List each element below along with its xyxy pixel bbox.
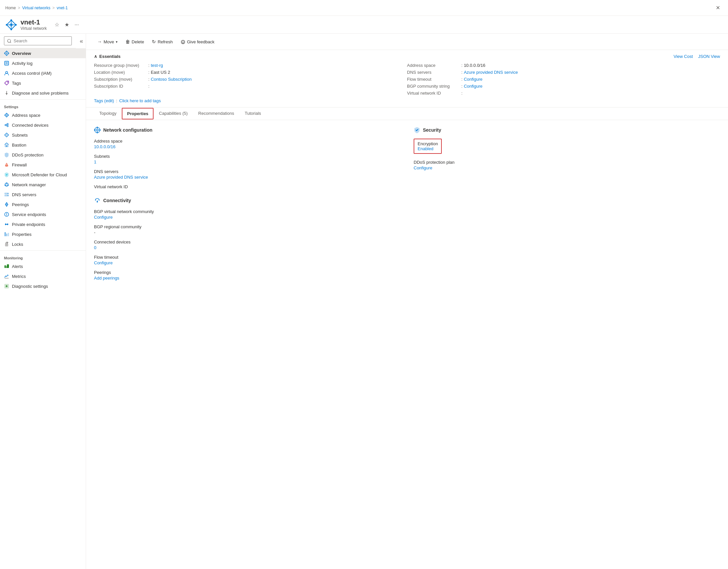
dns-servers-ess-link[interactable]: Azure provided DNS service	[464, 70, 518, 75]
flow-timeout-ess-link[interactable]: Configure	[464, 77, 482, 82]
security-icon	[414, 127, 420, 133]
sidebar-item-private-endpoints[interactable]: Private endpoints	[0, 219, 86, 229]
sidebar-activity-log-label: Activity log	[12, 61, 32, 66]
svg-rect-13	[5, 61, 9, 65]
prop-connected-devices-value[interactable]: 0	[94, 245, 400, 250]
resource-group-link[interactable]: test-rg	[151, 63, 163, 68]
pin-button[interactable]: ☆	[53, 20, 61, 29]
sidebar-item-address-space[interactable]: Address space	[0, 110, 86, 120]
svg-line-39	[6, 184, 7, 185]
svg-point-43	[8, 193, 8, 194]
svg-marker-30	[6, 134, 8, 136]
more-button[interactable]: ···	[73, 21, 80, 29]
sidebar-item-properties[interactable]: Properties	[0, 229, 86, 239]
svg-line-38	[7, 184, 8, 185]
essentials-bgp-community-row: BGP community string : Configure	[407, 84, 720, 89]
settings-divider	[0, 99, 86, 100]
sidebar-item-diagnose[interactable]: Diagnose and solve problems	[0, 88, 86, 98]
subscription-value: Contoso Subscription	[151, 77, 192, 82]
settings-section-label: Settings	[0, 101, 86, 110]
location-label: Location (move)	[94, 70, 147, 75]
sidebar-item-tags[interactable]: Tags	[0, 78, 86, 88]
prop-bgp-regional-label: BGP regional community	[94, 224, 400, 229]
prop-flow-timeout-value[interactable]: Configure	[94, 260, 400, 265]
tab-properties[interactable]: Properties	[122, 108, 154, 119]
svg-point-73	[97, 132, 98, 133]
essentials-subscription-row: Subscription (move) : Contoso Subscripti…	[94, 77, 407, 82]
sidebar-item-bastion[interactable]: Bastion	[0, 140, 86, 150]
sidebar-item-metrics[interactable]: Metrics	[0, 271, 86, 281]
sidebar-item-firewall[interactable]: Firewall	[0, 160, 86, 170]
location-value: East US 2	[151, 70, 170, 75]
sidebar-item-network-manager[interactable]: Network manager	[0, 180, 86, 190]
sidebar-item-diagnostic-settings[interactable]: Diagnostic settings	[0, 281, 86, 291]
sidebar-dns-servers-label: DNS servers	[12, 192, 36, 197]
vnet-resource-icon	[5, 19, 17, 31]
prop-peerings-value[interactable]: Add peerings	[94, 276, 400, 281]
prop-bgp-community-value[interactable]: Configure	[94, 215, 400, 220]
prop-dns-servers: DNS servers Azure provided DNS service	[94, 169, 400, 180]
breadcrumb-home[interactable]: Home	[5, 6, 16, 10]
sidebar-diagnose-label: Diagnose and solve problems	[12, 91, 68, 96]
tags-edit-link[interactable]: Tags (edit)	[94, 98, 114, 103]
prop-peerings-label: Peerings	[94, 270, 400, 275]
sidebar-service-endpoints-label: Service endpoints	[12, 212, 46, 217]
bgp-community-ess-link[interactable]: Configure	[464, 84, 482, 89]
search-input[interactable]	[4, 36, 72, 45]
svg-point-7	[15, 24, 17, 25]
tab-capabilities[interactable]: Capabilities (5)	[154, 108, 193, 120]
sidebar-item-locks[interactable]: Locks	[0, 239, 86, 249]
diagnose-icon	[4, 90, 9, 96]
alerts-icon	[4, 264, 9, 269]
essentials-virtual-network-id-row: Virtual network ID :	[407, 91, 720, 96]
subnets-icon	[4, 132, 9, 138]
sidebar-item-ddos-protection[interactable]: DDoS protection	[0, 150, 86, 160]
prop-address-space-value[interactable]: 10.0.0.0/16	[94, 144, 400, 149]
view-cost-link[interactable]: View Cost	[673, 54, 693, 59]
sidebar-item-access-control[interactable]: Access control (IAM)	[0, 68, 86, 78]
tab-topology[interactable]: Topology	[94, 108, 122, 120]
tags-add-link[interactable]: Click here to add tags	[119, 98, 161, 103]
monitoring-divider	[0, 250, 86, 251]
encryption-value[interactable]: Enabled	[418, 146, 438, 151]
breadcrumb-virtual-networks[interactable]: Virtual networks	[22, 6, 50, 10]
sidebar-item-subnets[interactable]: Subnets	[0, 130, 86, 140]
sidebar-item-dns-servers[interactable]: DNS servers	[0, 190, 86, 199]
essentials-title[interactable]: ∧ Essentials	[94, 54, 120, 59]
sidebar-defender-label: Microsoft Defender for Cloud	[12, 172, 67, 177]
prop-bgp-regional-value: -	[94, 230, 400, 235]
sidebar-item-peerings[interactable]: Peerings	[0, 199, 86, 209]
sidebar-access-control-label: Access control (IAM)	[12, 71, 52, 76]
prop-subnets-label: Subnets	[94, 154, 400, 159]
essentials-resource-group-row: Resource group (move) : test-rg	[94, 63, 407, 68]
top-bar: Home > Virtual networks > vnet-1 ✕	[0, 0, 728, 16]
prop-dns-servers-value[interactable]: Azure provided DNS service	[94, 175, 400, 180]
sidebar-item-service-endpoints[interactable]: Service endpoints	[0, 209, 86, 219]
favorite-button[interactable]: ★	[63, 20, 70, 29]
prop-subnets-value[interactable]: 1	[94, 159, 400, 164]
prop-ddos-plan-value[interactable]: Configure	[414, 165, 720, 170]
prop-bgp-community-label: BGP virtual network community	[94, 209, 400, 214]
subscription-link[interactable]: Contoso Subscription	[151, 77, 192, 82]
sidebar-item-connected-devices[interactable]: Connected devices	[0, 120, 86, 130]
feedback-button[interactable]: Give feedback	[177, 37, 218, 46]
json-view-link[interactable]: JSON View	[698, 54, 720, 59]
dns-servers-ess-value: Azure provided DNS service	[464, 70, 518, 75]
delete-button[interactable]: 🗑 Delete	[122, 37, 148, 46]
sidebar-item-alerts[interactable]: Alerts	[0, 261, 86, 271]
sidebar-item-defender[interactable]: Microsoft Defender for Cloud	[0, 170, 86, 180]
sidebar-collapse-button[interactable]: «	[77, 36, 86, 46]
tab-recommendations[interactable]: Recommendations	[193, 108, 239, 120]
private-endpoints-icon	[4, 222, 9, 227]
refresh-button[interactable]: ↻ Refresh	[149, 37, 176, 46]
sidebar-bastion-label: Bastion	[12, 143, 26, 148]
subscription-id-label: Subscription ID	[94, 84, 147, 89]
address-space-icon	[4, 112, 9, 118]
subscription-label: Subscription (move)	[94, 77, 147, 82]
close-button[interactable]: ✕	[713, 3, 723, 12]
move-button[interactable]: → Move ▾	[94, 37, 121, 46]
sidebar-item-activity-log[interactable]: Activity log	[0, 58, 86, 68]
tab-tutorials[interactable]: Tutorials	[239, 108, 266, 120]
resource-group-value: test-rg	[151, 63, 163, 68]
sidebar-item-overview[interactable]: Overview	[0, 48, 86, 58]
